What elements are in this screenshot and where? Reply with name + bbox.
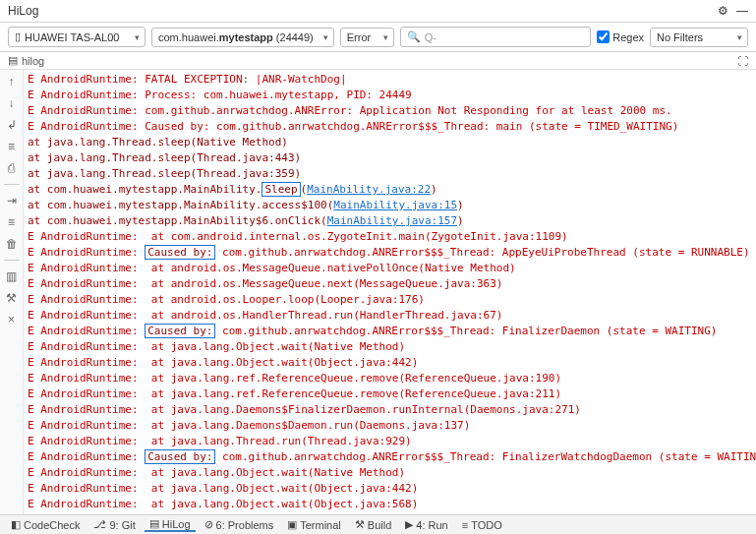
terminal-icon: ▣ — [287, 518, 297, 531]
log-line: at java.lang.Thread.sleep(Thread.java:35… — [28, 166, 752, 182]
collapse-icon[interactable]: ⇥ — [4, 193, 20, 208]
run-label: 4: Run — [416, 519, 447, 531]
footer-hilog[interactable]: ▤HiLog — [145, 517, 196, 532]
regex-checkbox[interactable]: Regex — [597, 30, 644, 43]
log-line: E AndroidRuntime: at java.lang.Object.wa… — [28, 497, 752, 512]
log-line: E AndroidRuntime: at android.os.Looper.l… — [28, 292, 752, 308]
log-output[interactable]: E AndroidRuntime: FATAL EXCEPTION: |ANR-… — [24, 70, 756, 514]
footer-codecheck[interactable]: ◧CodeCheck — [6, 518, 85, 531]
footer-build[interactable]: ⚒Build — [350, 518, 396, 531]
log-line: E AndroidRuntime: at com.android.interna… — [28, 229, 752, 245]
codecheck-label: CodeCheck — [24, 519, 80, 531]
log-line: E AndroidRuntime: at android.os.MessageQ… — [28, 276, 752, 292]
footer-terminal[interactable]: ▣Terminal — [282, 518, 346, 531]
footer-problems[interactable]: ⊘6: Problems — [200, 518, 279, 531]
highlight-box: Caused by: — [145, 449, 215, 464]
log-line: E AndroidRuntime: at android.os.HandlerT… — [28, 308, 752, 324]
problems-label: 6: Problems — [216, 519, 274, 531]
highlight-box: Sleep — [262, 182, 300, 197]
highlight-box: Caused by: — [145, 324, 215, 338]
arrow-up-icon[interactable]: ↑ — [4, 74, 20, 89]
tab-options-icon[interactable]: ⛶ — [737, 55, 748, 67]
run-icon: ▶ — [405, 518, 413, 531]
log-line: at java.lang.Thread.sleep(Native Method) — [28, 135, 752, 150]
bottom-toolbar: ◧CodeCheck⎇9: Git▤HiLog⊘6: Problems▣Term… — [0, 514, 756, 534]
search-input[interactable]: 🔍 Q- — [400, 27, 591, 47]
filter-toolbar: ▯ HUAWEI TAS-AL00 com.huawei.mytestapp (… — [0, 23, 756, 52]
tools-icon[interactable]: ⚒ — [4, 290, 20, 306]
log-line: at java.lang.Thread.sleep(Thread.java:44… — [28, 150, 752, 166]
hilog-label: HiLog — [162, 518, 191, 530]
window-title: HiLog — [8, 4, 38, 18]
phone-icon: ▯ — [15, 30, 21, 43]
close-icon[interactable]: × — [4, 312, 20, 327]
tab-hilog-icon: ▤ — [8, 54, 18, 67]
problems-icon: ⊘ — [204, 518, 213, 531]
build-icon: ⚒ — [355, 518, 365, 531]
columns-icon[interactable]: ▥ — [4, 268, 20, 284]
footer-todo[interactable]: ≡TODO — [457, 519, 507, 531]
log-line: at com.huawei.mytestapp.MainAbility.Slee… — [28, 182, 752, 198]
gear-icon[interactable]: ⚙ — [718, 4, 728, 18]
settings-lines-icon[interactable]: ≡ — [4, 139, 20, 154]
log-sidebar: ↑↓↲≡⎙⇥≡🗑▥⚒× — [0, 70, 24, 514]
main-area: ↑↓↲≡⎙⇥≡🗑▥⚒× E AndroidRuntime: FATAL EXCE… — [0, 70, 756, 514]
print-icon[interactable]: ⎙ — [4, 160, 20, 176]
footer-git[interactable]: ⎇9: Git — [88, 518, 140, 531]
log-line: at com.huawei.mytestapp.MainAbility$6.on… — [28, 213, 752, 229]
level-select[interactable]: Error — [340, 28, 394, 47]
search-icon: 🔍 — [407, 30, 421, 43]
codecheck-icon: ◧ — [11, 518, 21, 531]
app-select[interactable]: com.huawei.mytestapp (24449) — [151, 28, 334, 47]
git-label: 9: Git — [109, 519, 135, 531]
highlight-box: Caused by: — [145, 245, 215, 260]
trash-icon[interactable]: 🗑 — [4, 236, 20, 252]
terminal-label: Terminal — [300, 519, 341, 531]
filters-select[interactable]: No Filters — [650, 28, 748, 47]
footer-run[interactable]: ▶4: Run — [400, 518, 452, 531]
settings-lines2-icon[interactable]: ≡ — [4, 214, 20, 230]
log-line: E AndroidRuntime: at java.lang.Thread.ru… — [28, 434, 752, 449]
source-link[interactable]: MainAbility.java:22 — [307, 183, 431, 196]
log-line: E AndroidRuntime: at java.lang.Daemons$F… — [28, 402, 752, 418]
tab-hilog-label[interactable]: hilog — [22, 55, 44, 67]
log-line: at com.huawei.mytestapp.MainAbility.acce… — [28, 198, 752, 213]
minimize-icon[interactable]: — — [736, 4, 748, 18]
git-icon: ⎇ — [93, 518, 106, 531]
log-line: E AndroidRuntime: Process: com.huawei.my… — [28, 88, 752, 103]
sub-tabbar: ▤ hilog ⛶ — [0, 52, 756, 70]
log-line: E AndroidRuntime: at java.lang.ref.Refer… — [28, 386, 752, 402]
log-line: E AndroidRuntime: Caused by: com.github.… — [28, 119, 752, 135]
log-line: E AndroidRuntime: Caused by: com.github.… — [28, 324, 752, 339]
log-line: E AndroidRuntime: at java.lang.Object.wa… — [28, 339, 752, 355]
source-link[interactable]: MainAbility.java:157 — [327, 214, 457, 227]
log-line: E AndroidRuntime: FATAL EXCEPTION: |ANR-… — [28, 72, 752, 88]
todo-icon: ≡ — [462, 519, 468, 531]
arrow-down-icon[interactable]: ↓ — [4, 95, 20, 111]
log-line: E AndroidRuntime: at java.lang.ref.Refer… — [28, 371, 752, 386]
todo-label: TODO — [471, 519, 502, 531]
log-line: E AndroidRuntime: Caused by: com.github.… — [28, 449, 752, 465]
hilog-icon: ▤ — [149, 517, 159, 530]
log-line: E AndroidRuntime: at android.os.MessageQ… — [28, 261, 752, 276]
wrap-icon[interactable]: ↲ — [4, 117, 20, 133]
title-bar: HiLog ⚙ — — [0, 0, 756, 23]
log-line: E AndroidRuntime: Caused by: com.github.… — [28, 245, 752, 261]
source-link[interactable]: MainAbility.java:15 — [333, 199, 457, 211]
build-label: Build — [368, 519, 391, 531]
log-line: E AndroidRuntime: at java.lang.Object.wa… — [28, 355, 752, 371]
device-select[interactable]: ▯ HUAWEI TAS-AL00 — [8, 27, 145, 47]
log-line: E AndroidRuntime: at java.lang.Object.wa… — [28, 465, 752, 481]
log-line: E AndroidRuntime: at java.lang.Daemons$D… — [28, 418, 752, 434]
log-line: E AndroidRuntime: com.github.anrwatchdog… — [28, 103, 752, 119]
log-line: E AndroidRuntime: at java.lang.Object.wa… — [28, 481, 752, 497]
